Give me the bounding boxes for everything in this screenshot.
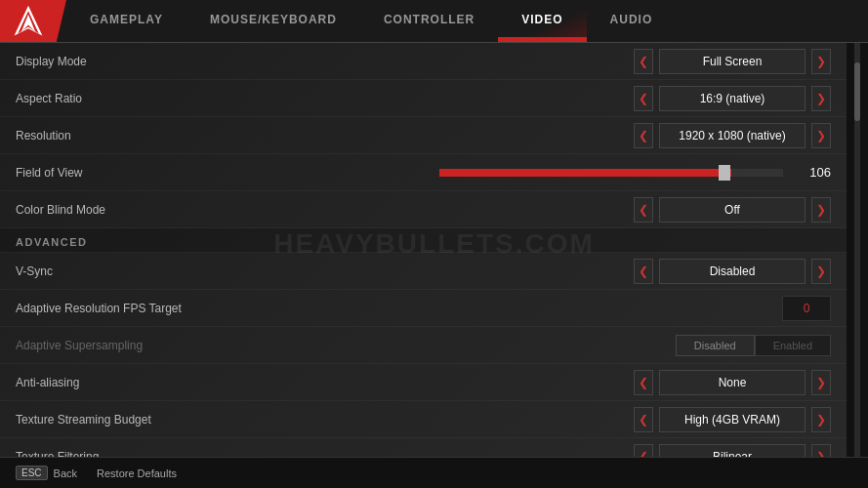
colorblind-value: Off xyxy=(659,197,806,223)
colorblind-next[interactable]: ❯ xyxy=(811,197,831,223)
nav-bar: GAMEPLAY MOUSE/KEYBOARD CONTROLLER VIDEO… xyxy=(0,0,868,43)
vsync-next[interactable]: ❯ xyxy=(811,259,831,284)
resolution-value: 1920 x 1080 (native) xyxy=(659,123,806,148)
resolution-label: Resolution xyxy=(16,129,634,142)
tab-video[interactable]: VIDEO xyxy=(498,0,586,42)
texture-streaming-prev[interactable]: ❮ xyxy=(634,407,653,432)
adaptive-res-value[interactable]: 0 xyxy=(782,296,831,321)
aspect-ratio-row: Aspect Ratio ❮ 16:9 (native) ❯ xyxy=(0,80,847,117)
display-mode-value: Full Screen xyxy=(659,49,806,74)
adaptive-res-control: 0 xyxy=(782,296,831,321)
fov-row: Field of View 106 xyxy=(0,154,847,191)
adaptive-ss-enabled-btn[interactable]: Enabled xyxy=(755,335,831,356)
texture-streaming-row: Texture Streaming Budget ❮ High (4GB VRA… xyxy=(0,401,847,438)
display-mode-label: Display Mode xyxy=(16,55,634,68)
antialiasing-next[interactable]: ❯ xyxy=(811,370,831,395)
settings-panel[interactable]: Display Mode ❮ Full Screen ❯ Aspect Rati… xyxy=(0,43,847,488)
advanced-section-header: ADVANCED xyxy=(0,228,847,253)
aspect-ratio-control: ❮ 16:9 (native) ❯ xyxy=(634,86,831,111)
colorblind-control: ❮ Off ❯ xyxy=(634,197,831,223)
colorblind-prev[interactable]: ❮ xyxy=(634,197,653,223)
texture-streaming-label: Texture Streaming Budget xyxy=(16,413,634,427)
restore-defaults-label: Restore Defaults xyxy=(97,468,177,479)
fov-thumb xyxy=(719,165,730,181)
adaptive-ss-row: Adaptive Supersampling Disabled Enabled xyxy=(0,327,847,364)
adaptive-res-label: Adaptive Resolution FPS Target xyxy=(16,302,782,315)
nav-tabs: GAMEPLAY MOUSE/KEYBOARD CONTROLLER VIDEO… xyxy=(66,0,868,42)
fov-slider[interactable] xyxy=(439,169,784,177)
resolution-prev[interactable]: ❮ xyxy=(634,123,653,148)
vsync-control: ❮ Disabled ❯ xyxy=(634,259,831,284)
tab-gameplay[interactable]: GAMEPLAY xyxy=(66,0,186,42)
adaptive-res-row: Adaptive Resolution FPS Target 0 xyxy=(0,290,847,327)
antialiasing-prev[interactable]: ❮ xyxy=(634,370,653,395)
vsync-label: V-Sync xyxy=(16,264,634,278)
adaptive-ss-toggle: Disabled Enabled xyxy=(676,335,831,356)
vsync-row: V-Sync ❮ Disabled ❯ xyxy=(0,253,847,290)
back-action[interactable]: ESC Back xyxy=(16,466,77,480)
texture-streaming-next[interactable]: ❯ xyxy=(811,407,831,432)
vsync-value: Disabled xyxy=(659,259,806,284)
fov-control: 106 xyxy=(432,165,832,180)
antialiasing-value: None xyxy=(659,370,806,395)
tab-mouse-keyboard[interactable]: MOUSE/KEYBOARD xyxy=(186,0,360,42)
esc-key-badge: ESC xyxy=(16,466,48,480)
tab-controller[interactable]: CONTROLLER xyxy=(360,0,498,42)
fov-label: Field of View xyxy=(16,166,416,180)
aspect-ratio-next[interactable]: ❯ xyxy=(811,86,831,111)
resolution-next[interactable]: ❯ xyxy=(811,123,831,148)
antialiasing-row: Anti-aliasing ❮ None ❯ xyxy=(0,364,847,401)
colorblind-row: Color Blind Mode ❮ Off ❯ xyxy=(0,191,847,228)
texture-streaming-value: High (4GB VRAM) xyxy=(659,407,806,432)
vsync-prev[interactable]: ❮ xyxy=(634,259,653,284)
adaptive-ss-control: Disabled Enabled xyxy=(676,335,831,356)
aspect-ratio-prev[interactable]: ❮ xyxy=(634,86,653,111)
colorblind-label: Color Blind Mode xyxy=(16,203,634,217)
antialiasing-control: ❮ None ❯ xyxy=(634,370,831,395)
aspect-ratio-label: Aspect Ratio xyxy=(16,92,634,105)
adaptive-ss-label: Adaptive Supersampling xyxy=(16,339,676,352)
logo-area xyxy=(0,0,66,42)
adaptive-ss-disabled-btn[interactable]: Disabled xyxy=(676,335,755,356)
resolution-row: Resolution ❮ 1920 x 1080 (native) ❯ xyxy=(0,117,847,154)
display-mode-next[interactable]: ❯ xyxy=(811,49,831,74)
tab-audio[interactable]: AUDIO xyxy=(587,0,677,42)
resolution-control: ❮ 1920 x 1080 (native) ❯ xyxy=(634,123,831,148)
right-panel xyxy=(847,43,868,488)
bottom-bar: ESC Back Restore Defaults xyxy=(0,457,868,488)
scroll-thumb xyxy=(854,62,860,121)
fov-value: 106 xyxy=(797,165,831,180)
antialiasing-label: Anti-aliasing xyxy=(16,376,634,389)
main-content: Display Mode ❮ Full Screen ❯ Aspect Rati… xyxy=(0,43,868,488)
scroll-track[interactable] xyxy=(854,43,860,488)
texture-streaming-control: ❮ High (4GB VRAM) ❯ xyxy=(634,407,831,432)
aspect-ratio-value: 16:9 (native) xyxy=(659,86,806,111)
display-mode-row: Display Mode ❮ Full Screen ❯ xyxy=(0,43,847,80)
display-mode-control: ❮ Full Screen ❯ xyxy=(634,49,831,74)
back-label: Back xyxy=(54,468,77,479)
restore-defaults-action[interactable]: Restore Defaults xyxy=(97,468,177,479)
display-mode-prev[interactable]: ❮ xyxy=(634,49,653,74)
apex-logo xyxy=(11,4,46,39)
fov-fill xyxy=(439,169,732,177)
